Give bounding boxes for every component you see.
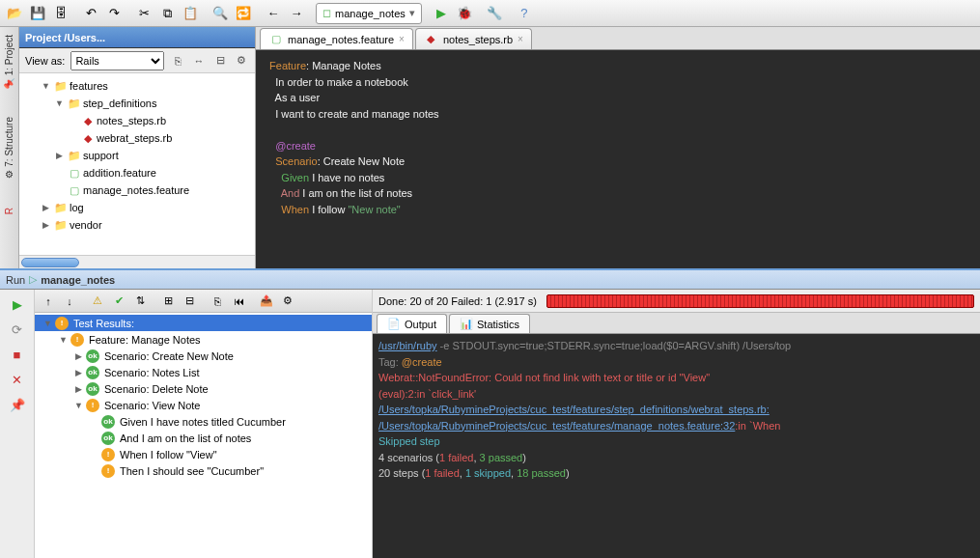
undo-icon[interactable]: ↶	[80, 3, 101, 24]
test-tree-item[interactable]: okGiven I have notes titled Cucumber	[35, 413, 372, 430]
rerun-icon[interactable]: ▶	[5, 293, 30, 315]
show-pass-icon[interactable]: ✔	[109, 292, 128, 311]
run-icon[interactable]: ▶	[431, 3, 452, 24]
project-panel-header: Project /Users...	[19, 27, 255, 48]
show-fail-icon[interactable]: ⚠	[88, 292, 107, 311]
tree-item[interactable]: ▶📁log	[19, 199, 255, 216]
output-tab[interactable]: 📄Output	[377, 314, 447, 333]
tree-item[interactable]: ◆notes_steps.rb	[19, 112, 255, 129]
debug-icon[interactable]: 🐞	[454, 3, 475, 24]
tree-item[interactable]: ◆webrat_steps.rb	[19, 129, 255, 147]
structure-tool-tab[interactable]: ⚙ 7: Structure	[4, 113, 14, 183]
console-line: (eval):2:in `click_link'	[378, 386, 974, 403]
console-line: Skipped step	[378, 433, 974, 450]
ruby-icon: ◆	[80, 114, 95, 128]
save-all-icon[interactable]: 🗄	[50, 3, 71, 24]
test-tree[interactable]: ▼!Test Results:▼!Feature: Manage Notes▶o…	[35, 313, 372, 558]
twisty-icon[interactable]: ▶	[73, 351, 84, 361]
settings-icon[interactable]: 🔧	[484, 3, 505, 24]
status-warn-icon: !	[70, 333, 84, 347]
find-icon[interactable]: 🔍	[210, 3, 231, 24]
run-panel-header: Run ▷ manage_notes	[0, 270, 980, 290]
collapse-icon[interactable]: ⊟	[212, 53, 228, 69]
collapse-all-icon[interactable]: ⊟	[180, 292, 199, 311]
sort-icon[interactable]: ⇅	[130, 292, 150, 311]
tree-item[interactable]: ▢addition.feature	[19, 164, 255, 181]
test-tree-item[interactable]: ▼!Test Results:	[35, 315, 372, 331]
close-icon[interactable]: ×	[518, 34, 523, 44]
tree-item-label: vendor	[70, 219, 102, 231]
main-area: 📌 1: Project ⚙ 7: Structure R Project /U…	[0, 27, 980, 268]
project-panel: Project /Users... View as: Rails ⎘ ↔ ⊟ ⚙…	[19, 27, 256, 268]
select-first-icon[interactable]: ⏮	[229, 292, 248, 311]
save-icon[interactable]: 💾	[27, 3, 48, 24]
twisty-icon[interactable]: ▼	[42, 319, 53, 328]
pin-icon[interactable]: 📌	[5, 394, 30, 415]
project-tree[interactable]: ▼📁features▼📁step_definitions◆notes_steps…	[19, 73, 255, 255]
rerun-failed-icon[interactable]: ⟳	[5, 319, 30, 340]
cut-icon[interactable]: ✂	[133, 3, 154, 24]
tree-item[interactable]: ▶📁vendor	[19, 216, 255, 234]
copy-icon[interactable]: ⧉	[156, 3, 178, 24]
stop-icon[interactable]: ■	[5, 344, 30, 365]
console-output[interactable]: /usr/bin/ruby -e STDOUT.sync=true;STDERR…	[373, 334, 980, 558]
tree-item-label: webrat_steps.rb	[97, 132, 172, 144]
test-label: Given I have notes titled Cucumber	[120, 416, 286, 428]
view-as-select[interactable]: Rails	[70, 51, 164, 70]
test-label: Scenario: Delete Note	[104, 383, 209, 395]
twisty-icon[interactable]: ▶	[73, 368, 84, 377]
tree-item[interactable]: ▼📁step_definitions	[19, 95, 255, 112]
project-tool-tab[interactable]: 📌 1: Project	[4, 31, 14, 94]
help-icon[interactable]: ?	[514, 3, 535, 24]
prev-fail-icon[interactable]: ↑	[39, 292, 58, 311]
horizontal-scrollbar[interactable]	[19, 255, 255, 268]
test-tree-item[interactable]: ▼!Feature: Manage Notes	[35, 331, 372, 348]
test-tree-item[interactable]: ▶okScenario: Delete Note	[35, 380, 372, 397]
test-tree-item[interactable]: !Then I should see "Cucumber"	[35, 462, 372, 479]
tree-item-label: addition.feature	[83, 167, 156, 179]
twisty-icon[interactable]: ▼	[41, 81, 51, 91]
autoscroll-test-icon[interactable]: ⎘	[208, 292, 227, 311]
editor-tab[interactable]: ▢manage_notes.feature×	[260, 28, 413, 49]
code-editor[interactable]: Feature: Manage Notes In order to make a…	[256, 50, 980, 268]
tree-item[interactable]: ▶📁support	[19, 147, 255, 164]
twisty-icon[interactable]: ▼	[73, 401, 84, 410]
twisty-icon[interactable]: ▶	[41, 203, 51, 212]
test-label: Scenario: Create New Note	[104, 350, 234, 362]
test-tree-item[interactable]: ▶okScenario: Create New Note	[35, 348, 372, 364]
test-tree-item[interactable]: ▶okScenario: Notes List	[35, 364, 372, 380]
back-icon[interactable]: ←	[263, 3, 284, 24]
paste-icon[interactable]: 📋	[180, 3, 201, 24]
close-icon[interactable]: ✕	[5, 369, 30, 390]
forward-icon[interactable]: →	[286, 3, 307, 24]
output-tab[interactable]: 📊Statistics	[449, 314, 530, 333]
twisty-icon[interactable]: ▶	[73, 384, 84, 394]
scrollbar-thumb[interactable]	[21, 258, 79, 267]
test-tree-item[interactable]: okAnd I am on the list of notes	[35, 430, 372, 446]
test-label: And I am on the list of notes	[120, 432, 251, 444]
redo-icon[interactable]: ↷	[103, 3, 125, 24]
test-tree-item[interactable]: ▼!Scenario: View Note	[35, 397, 372, 413]
test-settings-icon[interactable]: ⚙	[278, 292, 297, 311]
close-icon[interactable]: ×	[399, 34, 405, 44]
replace-icon[interactable]: 🔁	[233, 3, 254, 24]
autoscroll-icon[interactable]: ⎘	[170, 53, 185, 69]
test-label: Scenario: Notes List	[104, 367, 199, 378]
test-tree-item[interactable]: !When I follow "View"	[35, 446, 372, 462]
run-config-selector[interactable]: ◻ manage_notes ▾	[316, 3, 422, 24]
tree-item[interactable]: ▢manage_notes.feature	[19, 181, 255, 199]
twisty-icon[interactable]: ▼	[54, 98, 65, 108]
export-icon[interactable]: 📤	[257, 292, 276, 311]
output-panel: Done: 20 of 20 Failed: 1 (2.917 s) 📄Outp…	[373, 290, 980, 558]
twisty-icon[interactable]: ▶	[54, 151, 65, 160]
twisty-icon[interactable]: ▼	[58, 335, 69, 345]
twisty-icon[interactable]: ▶	[41, 220, 51, 230]
scroll-from-source-icon[interactable]: ↔	[191, 53, 207, 69]
next-fail-icon[interactable]: ↓	[60, 292, 79, 311]
editor-tab[interactable]: ◆notes_steps.rb×	[415, 28, 532, 49]
panel-settings-icon[interactable]: ⚙	[234, 53, 249, 69]
open-icon[interactable]: 📂	[4, 3, 25, 24]
rails-tool-tab[interactable]: R	[4, 204, 14, 218]
expand-icon[interactable]: ⊞	[158, 292, 178, 311]
tree-item[interactable]: ▼📁features	[19, 77, 255, 95]
